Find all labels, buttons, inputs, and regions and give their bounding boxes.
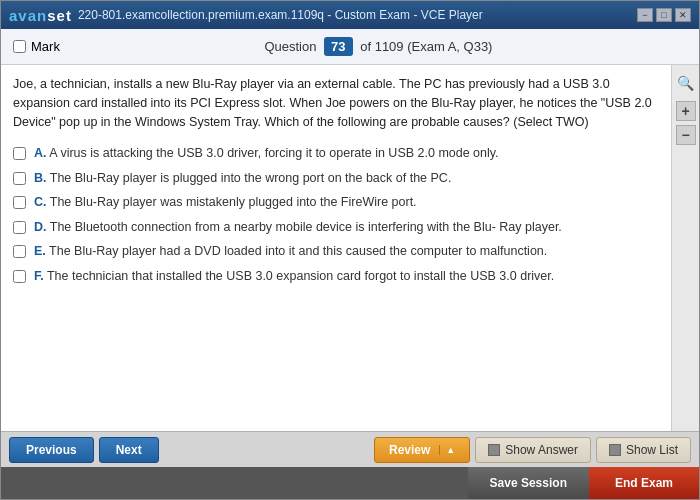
option-a-checkbox[interactable] (13, 147, 26, 160)
review-arrow-icon: ▲ (439, 445, 455, 455)
minimize-button[interactable]: − (637, 8, 653, 22)
end-exam-button[interactable]: End Exam (589, 467, 699, 499)
option-b: B. The Blu-Ray player is plugged into th… (13, 170, 659, 188)
mark-area: Mark (13, 39, 60, 54)
close-button[interactable]: ✕ (675, 8, 691, 22)
option-d-label: D. (34, 220, 47, 234)
question-word: Question (264, 39, 316, 54)
show-answer-button[interactable]: Show Answer (475, 437, 591, 463)
title-bar: avanset 220-801.examcollection.premium.e… (1, 1, 699, 29)
question-number-badge: 73 (324, 37, 352, 56)
option-b-text: The Blu-Ray player is plugged into the w… (50, 171, 452, 185)
option-c-text: The Blu-Ray player was mistakenly plugge… (50, 195, 417, 209)
logo-second: set (47, 7, 72, 24)
option-a: A. A virus is attacking the USB 3.0 driv… (13, 145, 659, 163)
question-number-area: Question 73 of 1109 (Exam A, Q33) (70, 37, 687, 56)
title-bar-left: avanset 220-801.examcollection.premium.e… (9, 7, 483, 24)
option-c-label: C. (34, 195, 47, 209)
question-of-text: of 1109 (Exam A, Q33) (360, 39, 492, 54)
option-d: D. The Bluetooth connection from a nearb… (13, 219, 659, 237)
option-d-text: The Bluetooth connection from a nearby m… (50, 220, 562, 234)
search-icon[interactable]: 🔍 (676, 73, 696, 93)
zoom-in-button[interactable]: + (676, 101, 696, 121)
review-label: Review (389, 443, 430, 457)
show-list-checkbox-icon (609, 444, 621, 456)
option-c: C. The Blu-Ray player was mistakenly plu… (13, 194, 659, 212)
option-c-checkbox[interactable] (13, 196, 26, 209)
app-logo: avanset (9, 7, 72, 24)
option-b-checkbox[interactable] (13, 172, 26, 185)
show-answer-checkbox-icon (488, 444, 500, 456)
window-controls: − □ ✕ (637, 8, 691, 22)
logo-first: avan (9, 7, 47, 24)
question-body: Joe, a technician, installs a new Blu-Ra… (13, 75, 659, 131)
show-list-button[interactable]: Show List (596, 437, 691, 463)
option-f-checkbox[interactable] (13, 270, 26, 283)
option-a-label: A. (34, 146, 47, 160)
mark-label: Mark (31, 39, 60, 54)
show-answer-label: Show Answer (505, 443, 578, 457)
option-f: F. The technician that installed the USB… (13, 268, 659, 286)
mark-checkbox[interactable] (13, 40, 26, 53)
review-button[interactable]: Review ▲ (374, 437, 470, 463)
window-title: 220-801.examcollection.premium.exam.1109… (78, 8, 483, 22)
show-list-label: Show List (626, 443, 678, 457)
content-area: Joe, a technician, installs a new Blu-Ra… (1, 65, 671, 431)
save-session-button[interactable]: Save Session (468, 467, 589, 499)
zoom-out-button[interactable]: − (676, 125, 696, 145)
option-e-text: The Blu-Ray player had a DVD loaded into… (49, 244, 547, 258)
bottom-action-bar: Save Session End Exam (1, 467, 699, 499)
option-a-text: A virus is attacking the USB 3.0 driver,… (49, 146, 498, 160)
main-content: Joe, a technician, installs a new Blu-Ra… (1, 65, 699, 431)
option-e: E. The Blu-Ray player had a DVD loaded i… (13, 243, 659, 261)
option-f-text: The technician that installed the USB 3.… (47, 269, 554, 283)
option-f-label: F. (34, 269, 44, 283)
previous-button[interactable]: Previous (9, 437, 94, 463)
next-button[interactable]: Next (99, 437, 159, 463)
maximize-button[interactable]: □ (656, 8, 672, 22)
option-b-label: B. (34, 171, 47, 185)
option-e-checkbox[interactable] (13, 245, 26, 258)
bottom-toolbar: Previous Next Review ▲ Show Answer Show … (1, 431, 699, 467)
right-sidebar: 🔍 + − (671, 65, 699, 431)
option-d-checkbox[interactable] (13, 221, 26, 234)
main-window: avanset 220-801.examcollection.premium.e… (0, 0, 700, 500)
option-e-label: E. (34, 244, 46, 258)
question-header: Mark Question 73 of 1109 (Exam A, Q33) (1, 29, 699, 65)
